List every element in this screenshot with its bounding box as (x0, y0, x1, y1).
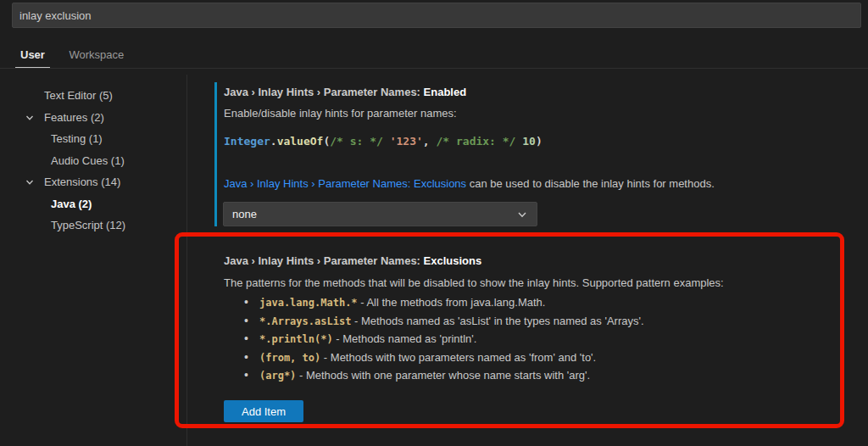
chevron-down-icon (516, 209, 528, 220)
pattern-example-desc: - Methods with one parameter whose name … (296, 369, 590, 382)
code-token: '123' (390, 135, 423, 148)
add-item-button[interactable]: Add Item (224, 400, 303, 422)
code-token: Integer (224, 135, 270, 148)
pattern-example-desc: - Methods named as 'println'. (333, 332, 477, 345)
chevron-down-icon (25, 172, 34, 194)
pattern-example: java.lang.Math.* - All the methods from … (244, 293, 644, 312)
toc-item[interactable]: TypeScript (12) (0, 215, 186, 237)
code-token: . (270, 135, 277, 148)
code-token: ) (536, 135, 542, 148)
toc-item[interactable]: Testing (1) (0, 128, 186, 150)
enabled-dropdown-value: none (232, 208, 257, 220)
scope-tabs: User Workspace (15, 47, 139, 69)
pattern-example: *.Arrays.asList - Methods named as 'asLi… (244, 312, 644, 331)
toc-sash-divider (186, 75, 187, 446)
toc-item-label: Extensions (14) (44, 176, 120, 188)
code-token (383, 135, 390, 148)
pattern-example-code: (arg*) (259, 370, 296, 382)
setting-link-line: Java › Inlay Hints › Parameter Names: Ex… (224, 177, 715, 190)
pattern-example: (arg*) - Methods with one parameter whos… (244, 366, 644, 385)
modified-setting-indicator (214, 82, 217, 226)
toc-item-label: TypeScript (12) (51, 219, 125, 231)
setting-title-enabled: Java › Inlay Hints › Parameter Names: En… (224, 86, 466, 98)
toc-item[interactable]: Extensions (14) (0, 171, 186, 193)
code-sample: Integer.valueOf(/* s: */ '123', /* radix… (224, 135, 542, 148)
toc-item-label: Audio Cues (1) (51, 154, 125, 167)
chevron-down-icon (25, 108, 34, 130)
setting-link-suffix: can be used to disable the inlay hints f… (466, 177, 715, 190)
pattern-example: (from, to) - Methods with two parameters… (244, 348, 644, 367)
setting-description-enabled: Enable/disable inlay hints for parameter… (224, 107, 457, 120)
setting-title-exclusions: Java › Inlay Hints › Parameter Names: Ex… (224, 254, 481, 267)
enabled-dropdown[interactable]: none (223, 202, 537, 226)
pattern-example-desc: - Methods with two parameters named as '… (320, 351, 596, 364)
exclusions-setting-link[interactable]: Java › Inlay Hints › Parameter Names: Ex… (224, 177, 466, 190)
code-token: valueOf (277, 135, 324, 148)
setting-title-prefix: Java › Inlay Hints › Parameter Names: (224, 254, 424, 267)
setting-description-exclusions: The patterns for the methods that will b… (224, 276, 724, 289)
pattern-example: *.println(*) - Methods named as 'println… (244, 330, 644, 348)
toc-item[interactable]: Audio Cues (1) (0, 150, 186, 172)
tab-workspace[interactable]: Workspace (64, 47, 129, 67)
toc-item[interactable]: Features (2) (0, 107, 186, 129)
pattern-example-code: *.println(*) (259, 333, 333, 345)
settings-toc-tree: Text Editor (5) Features (2) Testing (1)… (0, 85, 186, 237)
settings-search-input[interactable] (12, 3, 861, 28)
settings-editor: User Workspace Text Editor (5) Features … (0, 0, 868, 446)
toc-item[interactable]: Text Editor (5) (0, 85, 186, 107)
tabs-divider (0, 68, 868, 69)
pattern-example-desc: - All the methods from java.lang.Math. (358, 296, 546, 309)
pattern-examples-list: java.lang.Math.* - All the methods from … (244, 293, 644, 385)
pattern-example-code: (from, to) (259, 352, 320, 364)
toc-item[interactable]: Java (2) (0, 193, 186, 215)
pattern-example-desc: - Methods named as 'asList' in the types… (351, 315, 643, 327)
setting-title-prefix: Java › Inlay Hints › Parameter Names: (224, 86, 424, 98)
code-token: /* radix: */ (437, 135, 516, 148)
code-token: 10 (522, 135, 536, 148)
toc-item-label: Features (2) (44, 111, 104, 124)
setting-title-label: Enabled (424, 86, 467, 98)
code-token: /* s: */ (330, 135, 383, 148)
toc-item-label: Java (2) (51, 198, 92, 210)
setting-title-label: Exclusions (424, 254, 482, 267)
pattern-example-code: java.lang.Math.* (259, 297, 358, 309)
toc-item-label: Text Editor (5) (44, 89, 113, 102)
tab-user[interactable]: User (15, 47, 50, 69)
code-token: , (423, 135, 437, 148)
pattern-example-code: *.Arrays.asList (259, 315, 351, 327)
toc-item-label: Testing (1) (51, 132, 103, 145)
